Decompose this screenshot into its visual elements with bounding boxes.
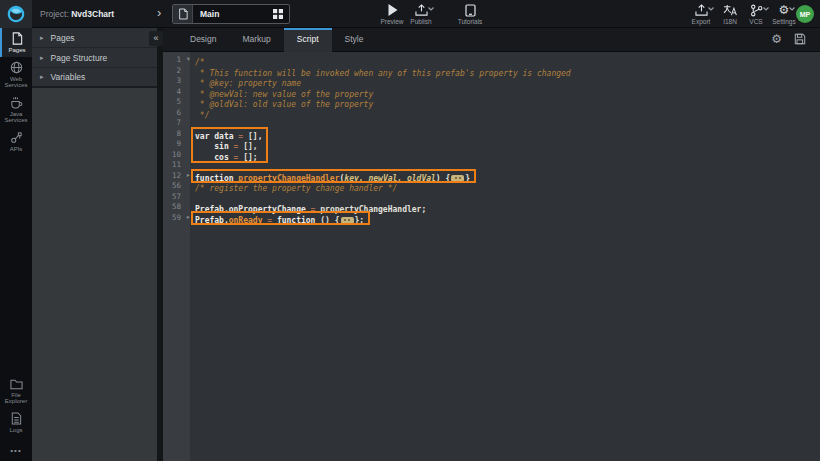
rail-item-logs[interactable]: Logs: [0, 408, 32, 437]
rail-item-pages[interactable]: Pages: [0, 28, 32, 57]
line-number: 3: [163, 76, 190, 87]
page-file-icon: [173, 5, 193, 23]
git-branch-icon: [750, 4, 763, 16]
line-number: 56: [163, 181, 190, 192]
code-line[interactable]: var data = [],: [190, 129, 820, 140]
code-line[interactable]: function propertyChangeHandler(key, newV…: [190, 171, 820, 182]
code-line[interactable]: [190, 160, 820, 171]
publish-upload-icon: [415, 4, 428, 16]
code-line[interactable]: Prefab.onReady = function () {};: [190, 213, 820, 224]
line-number: 5: [163, 97, 190, 108]
chevron-right-icon: ▸: [40, 54, 44, 62]
code-line[interactable]: /* register the property change handler …: [190, 181, 820, 192]
code-content[interactable]: /* * This function will be invoked when …: [190, 52, 820, 461]
tab-design[interactable]: Design: [177, 28, 229, 52]
page-selector-dropdown[interactable]: Main: [172, 4, 290, 24]
line-number: 2: [163, 66, 190, 77]
wavemaker-logo-icon: [7, 5, 25, 23]
left-panel: ▸Pages▸Page Structure▸Variables: [32, 28, 157, 461]
code-line[interactable]: * @oldVal: old value of the property: [190, 97, 820, 108]
globe-icon: [10, 61, 23, 74]
coffee-cup-icon: [10, 96, 23, 109]
code-line[interactable]: Prefab.onPropertyChange = propertyChange…: [190, 202, 820, 213]
log-document-icon: [10, 412, 22, 425]
editor-tab-bar: DesignMarkupScriptStyle ⚙: [163, 28, 820, 52]
save-icon[interactable]: [794, 33, 806, 45]
tutorials-tablet-icon: [465, 4, 476, 16]
app-logo[interactable]: [0, 0, 32, 28]
chevron-down-icon: [789, 7, 795, 11]
tutorials-button[interactable]: Tutorials: [452, 4, 488, 25]
line-number: 4: [163, 87, 190, 98]
panel-splitter[interactable]: [157, 28, 163, 461]
rail-item-apis[interactable]: APIs: [0, 127, 32, 156]
user-avatar[interactable]: MP: [796, 5, 814, 23]
project-label: Project:: [40, 9, 69, 19]
editor-region: DesignMarkupScriptStyle ⚙ 1▾234567891011…: [163, 28, 820, 461]
folded-code-widget[interactable]: [451, 175, 464, 182]
panel-section-label: Variables: [51, 72, 86, 82]
line-number: 8: [163, 129, 190, 140]
panel-section-label: Page Structure: [51, 53, 108, 63]
translate-icon: [723, 4, 737, 16]
folder-icon: [10, 378, 23, 390]
line-number: 57: [163, 192, 190, 203]
chevron-right-icon[interactable]: ›: [157, 5, 161, 20]
rail-item-java-services[interactable]: Java Services: [0, 92, 32, 127]
code-line[interactable]: sin = [],: [190, 139, 820, 150]
code-editor[interactable]: 1▾23456789101112▸56575859▸ /* * This fun…: [163, 52, 820, 461]
api-nodes-icon: [10, 131, 23, 144]
line-number: 6: [163, 108, 190, 119]
panel-section-variables[interactable]: ▸Variables: [32, 68, 157, 88]
line-number: 10: [163, 150, 190, 161]
code-line[interactable]: [190, 118, 820, 129]
pages-file-icon: [11, 32, 23, 45]
tab-style[interactable]: Style: [332, 28, 377, 52]
publish-button[interactable]: Publish: [403, 4, 439, 25]
more-options-button[interactable]: •••: [0, 436, 32, 455]
rail-item-web-services[interactable]: Web Services: [0, 57, 32, 92]
top-bar: Project: Nvd3Chart › Main Preview: [0, 0, 820, 28]
panel-section-label: Pages: [51, 33, 75, 43]
tab-script[interactable]: Script: [284, 28, 332, 52]
page-selector-value: Main: [193, 9, 273, 19]
code-line[interactable]: * @newVal: new value of the property: [190, 87, 820, 98]
folded-code-widget[interactable]: [341, 217, 354, 224]
gear-icon: ⚙: [779, 4, 790, 16]
project-name: Nvd3Chart: [71, 9, 114, 19]
code-line[interactable]: * This function will be invoked when any…: [190, 66, 820, 77]
grid-icon[interactable]: [273, 9, 283, 19]
panel-section-pages[interactable]: ▸Pages: [32, 28, 157, 48]
project-title: Project: Nvd3Chart: [40, 9, 114, 19]
chevron-right-icon: ▸: [40, 73, 44, 81]
editor-settings-gear-icon[interactable]: ⚙: [771, 32, 782, 46]
line-number: 9: [163, 139, 190, 150]
tab-markup[interactable]: Markup: [229, 28, 283, 52]
play-icon: [387, 4, 398, 16]
line-number: 7: [163, 118, 190, 129]
chevron-right-icon: ▸: [40, 34, 44, 42]
panel-collapse-button[interactable]: «: [149, 31, 163, 46]
line-number-gutter: 1▾23456789101112▸56575859▸: [163, 52, 190, 461]
code-line[interactable]: /*: [190, 55, 820, 66]
left-rail: Pages Web Services Java Services APIs Fi…: [0, 28, 32, 461]
panel-section-page-structure[interactable]: ▸Page Structure: [32, 48, 157, 68]
chevron-down-icon: [428, 7, 434, 11]
export-upload-icon: [695, 4, 708, 16]
rail-item-file-explorer[interactable]: File Explorer: [0, 374, 32, 408]
editor-tabs: DesignMarkupScriptStyle: [163, 28, 820, 52]
code-line[interactable]: cos = [];: [190, 150, 820, 161]
